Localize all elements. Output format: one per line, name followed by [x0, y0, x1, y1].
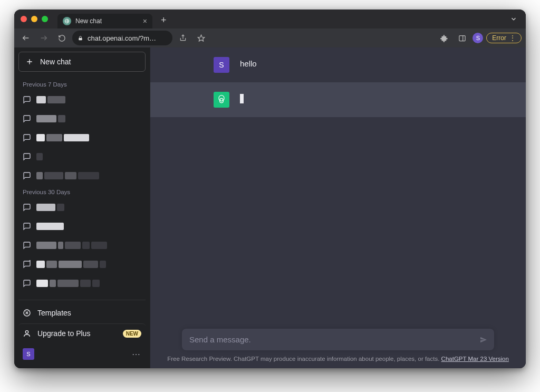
- section-30days-label: Previous 30 Days: [18, 186, 146, 197]
- error-label: Error: [492, 34, 506, 42]
- back-button[interactable]: [18, 31, 33, 45]
- chat-history-item[interactable]: [18, 198, 146, 216]
- chat-icon: [23, 279, 31, 288]
- browser-toolbar: chat.openai.com/?m… S Error ⋮: [14, 28, 526, 47]
- svg-rect-3: [79, 38, 82, 40]
- new-chat-button[interactable]: New chat: [18, 52, 146, 72]
- forward-button[interactable]: [36, 31, 51, 45]
- sidebar-bottom: Templates Upgrade to Plus NEW S ⋯: [18, 300, 146, 364]
- window-close-button[interactable]: [21, 16, 27, 22]
- sidebar: New chat Previous 7 Days: [14, 47, 150, 368]
- message-input[interactable]: Send a message.: [182, 329, 494, 350]
- typing-cursor-icon: [240, 94, 244, 103]
- chat-icon: [23, 152, 31, 161]
- svg-marker-5: [198, 35, 205, 41]
- assistant-avatar-icon: [214, 92, 229, 108]
- panel-icon[interactable]: [455, 31, 469, 45]
- message-row-user: S hello: [150, 47, 526, 82]
- chat-icon: [23, 203, 31, 212]
- app-body: New chat Previous 7 Days: [14, 47, 526, 368]
- person-icon: [23, 329, 31, 338]
- assistant-message-text: [240, 92, 244, 108]
- chat-history-item[interactable]: [18, 110, 146, 128]
- tab-title: New chat: [75, 17, 102, 25]
- templates-button[interactable]: Templates: [18, 303, 146, 322]
- chat-history-item[interactable]: [18, 91, 146, 109]
- chat-icon: [23, 260, 31, 269]
- svg-rect-6: [459, 35, 465, 41]
- chat-history-item[interactable]: [18, 236, 146, 254]
- browser-tab[interactable]: New chat ×: [57, 14, 152, 28]
- tab-close-icon[interactable]: ×: [143, 17, 147, 25]
- chat-history-item[interactable]: [18, 129, 146, 147]
- chat-history-item[interactable]: [18, 217, 146, 235]
- new-chat-label: New chat: [40, 58, 71, 66]
- templates-label: Templates: [37, 309, 71, 317]
- chat-icon: [23, 222, 31, 231]
- plus-icon: [25, 58, 34, 66]
- send-icon[interactable]: [479, 336, 488, 344]
- window-maximize-button[interactable]: [42, 16, 48, 22]
- chat-icon: [23, 114, 31, 123]
- footer-disclaimer: Free Research Preview. ChatGPT may produ…: [150, 350, 526, 368]
- menu-dots-icon: ⋮: [509, 34, 516, 42]
- lock-icon: [78, 35, 83, 41]
- chat-history-item[interactable]: [18, 255, 146, 273]
- version-link[interactable]: ChatGPT Mar 23 Version: [441, 356, 509, 362]
- chat-history-item[interactable]: [18, 167, 146, 185]
- chat-icon: [23, 241, 31, 250]
- titlebar: New chat × +: [14, 9, 526, 28]
- section-7days-label: Previous 7 Days: [18, 78, 146, 90]
- more-icon[interactable]: ⋯: [132, 349, 141, 359]
- chat-history-item[interactable]: [18, 274, 146, 292]
- tab-favicon-icon: [63, 17, 71, 25]
- chat-icon: [23, 133, 31, 142]
- message-placeholder: Send a message.: [189, 335, 251, 344]
- share-icon[interactable]: [176, 31, 190, 45]
- upgrade-button[interactable]: Upgrade to Plus NEW: [18, 323, 146, 343]
- templates-icon: [23, 309, 31, 317]
- url-bar[interactable]: chat.openai.com/?m…: [72, 31, 172, 45]
- footer-text: Free Research Preview. ChatGPT may produ…: [167, 356, 441, 362]
- user-message-avatar: S: [214, 57, 229, 73]
- extensions-icon[interactable]: [437, 31, 451, 45]
- chat-icon: [23, 95, 31, 104]
- svg-point-12: [220, 98, 223, 101]
- new-badge: NEW: [123, 330, 141, 338]
- window-minimize-button[interactable]: [31, 16, 37, 22]
- chat-main: S hello Send a message. Free Resea: [150, 47, 526, 368]
- error-badge[interactable]: Error ⋮: [486, 33, 522, 43]
- chat-icon: [23, 171, 31, 180]
- user-message-text: hello: [240, 57, 257, 73]
- user-avatar: S: [23, 348, 34, 360]
- tabs-dropdown-icon[interactable]: [510, 15, 519, 23]
- upgrade-label: Upgrade to Plus: [37, 329, 90, 338]
- bookmark-icon[interactable]: [194, 31, 208, 45]
- reload-button[interactable]: [54, 31, 69, 45]
- chat-history-item[interactable]: [18, 148, 146, 166]
- new-tab-button[interactable]: +: [157, 15, 171, 26]
- traffic-lights: [21, 16, 48, 22]
- user-menu[interactable]: S ⋯: [18, 344, 146, 364]
- composer-area: Send a message.: [150, 322, 526, 350]
- url-text: chat.openai.com/?m…: [88, 34, 156, 42]
- message-row-assistant: [150, 82, 526, 117]
- browser-window: New chat × + chat.openai.com/?m…: [14, 9, 526, 368]
- svg-point-11: [25, 331, 28, 333]
- profile-avatar[interactable]: S: [472, 33, 483, 43]
